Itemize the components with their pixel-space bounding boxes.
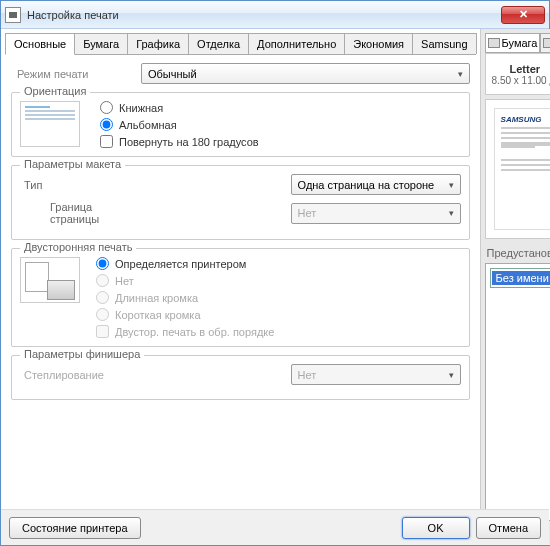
tab-graphics[interactable]: Графика	[127, 33, 189, 54]
page-preview: SAMSUNG	[485, 99, 550, 239]
page-border-dropdown[interactable]: Нет	[291, 203, 461, 224]
finisher-group: Параметры финишера Степлирование Нет	[11, 355, 470, 400]
print-mode-dropdown[interactable]: Обычный	[141, 63, 470, 84]
orientation-preview-icon	[20, 101, 80, 147]
preview-logo: SAMSUNG	[501, 115, 550, 124]
right-tab-device[interactable]: Устройство	[540, 33, 550, 53]
printer-status-button[interactable]: Состояние принтера	[9, 517, 141, 539]
layout-type-label: Тип	[20, 179, 140, 191]
rotate-180-checkbox[interactable]: Повернуть на 180 градусов	[100, 135, 259, 148]
duplex-none-radio[interactable]: Нет	[96, 274, 274, 287]
print-settings-window: Настройка печати ✕ Основные Бумага Графи…	[0, 0, 550, 546]
orientation-portrait-radio[interactable]: Книжная	[100, 101, 259, 114]
right-panel: Бумага Устройство Letter 8.50 x 11.00 д.…	[480, 29, 550, 545]
duplex-title: Двусторонняя печать	[20, 241, 136, 253]
layout-title: Параметры макета	[20, 158, 125, 170]
window-title: Настройка печати	[27, 9, 501, 21]
orientation-title: Ориентация	[20, 85, 90, 97]
print-mode-label: Режим печати	[11, 68, 141, 80]
page-border-label: Граница страницы	[20, 201, 140, 225]
right-tab-paper[interactable]: Бумага	[485, 33, 541, 53]
paper-name: Letter	[492, 63, 550, 75]
paper-info: Letter 8.50 x 11.00 д. мм д.	[485, 53, 550, 95]
duplex-auto-radio[interactable]: Определяется принтером	[96, 257, 274, 270]
device-icon	[543, 38, 550, 48]
footer: Состояние принтера OK Отмена	[1, 509, 549, 545]
duplex-preview-icon	[20, 257, 80, 303]
finisher-title: Параметры финишера	[20, 348, 144, 360]
tab-basic[interactable]: Основные	[5, 33, 75, 55]
paper-dimensions: 8.50 x 11.00 д.	[492, 75, 550, 86]
close-button[interactable]: ✕	[501, 6, 545, 24]
tab-paper[interactable]: Бумага	[74, 33, 128, 54]
staple-dropdown: Нет	[291, 364, 461, 385]
duplex-long-radio[interactable]: Длинная кромка	[96, 291, 274, 304]
tab-advanced[interactable]: Дополнительно	[248, 33, 345, 54]
presets-dropdown[interactable]: Без имени	[490, 268, 550, 288]
main-tabs: Основные Бумага Графика Отделка Дополнит…	[5, 33, 476, 55]
duplex-reverse-checkbox[interactable]: Двустор. печать в обр. порядке	[96, 325, 274, 338]
cancel-button[interactable]: Отмена	[476, 517, 541, 539]
ok-button[interactable]: OK	[402, 517, 470, 539]
presets-box: Без имени	[485, 263, 550, 521]
printer-icon	[5, 7, 21, 23]
titlebar: Настройка печати ✕	[1, 1, 549, 29]
orientation-group: Ориентация Книжная Альбомная Повернуть н…	[11, 92, 470, 157]
duplex-group: Двусторонняя печать Определяется принтер…	[11, 248, 470, 347]
paper-icon	[488, 38, 500, 48]
layout-group: Параметры макета Тип Одна страница на ст…	[11, 165, 470, 240]
tab-samsung[interactable]: Samsung	[412, 33, 476, 54]
tab-finishing[interactable]: Отделка	[188, 33, 249, 54]
staple-label: Степлирование	[20, 369, 140, 381]
orientation-landscape-radio[interactable]: Альбомная	[100, 118, 259, 131]
tab-eco[interactable]: Экономия	[344, 33, 413, 54]
presets-label: Предустановки	[487, 247, 550, 259]
duplex-short-radio[interactable]: Короткая кромка	[96, 308, 274, 321]
layout-type-dropdown[interactable]: Одна страница на стороне	[291, 174, 461, 195]
